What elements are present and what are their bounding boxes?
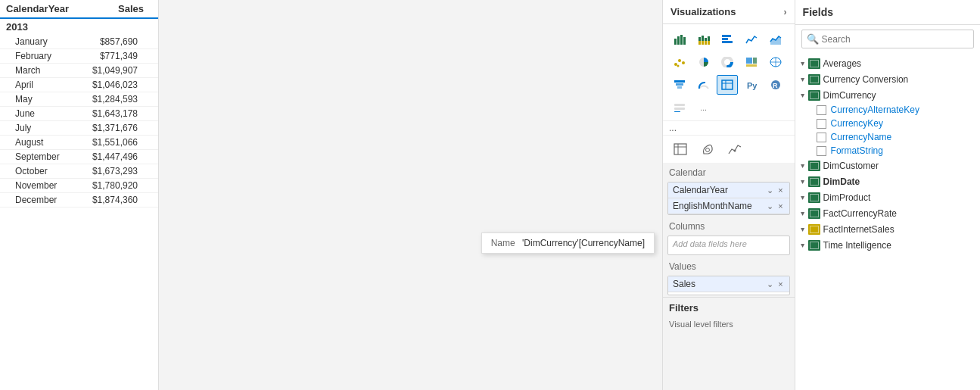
viz-icon-map[interactable] (765, 52, 786, 72)
cell-month: March (0, 65, 76, 76)
viz-icon-python[interactable]: Py (741, 75, 762, 95)
col-header-sales: Sales (82, 3, 150, 14)
cell-sales: $1,371,676 (76, 123, 144, 133)
fields-search-box[interactable]: 🔍 (801, 30, 974, 48)
svg-rect-6 (702, 36, 704, 41)
chevron-icon: ▸ (799, 62, 807, 66)
viz-bottom-icons (663, 135, 795, 163)
cell-sales: $1,673,293 (76, 166, 144, 176)
viz-chip-englishmonthname[interactable]: EnglishMonthName ⌄ × (668, 198, 789, 214)
viz-chip-calendaryear-remove[interactable]: × (776, 186, 784, 195)
field-name[interactable]: FormatString (831, 145, 883, 156)
field-group-header-dimdate[interactable]: ▸ DimDate (795, 174, 980, 189)
cell-sales: $1,643,178 (76, 108, 144, 119)
viz-icon-gauge[interactable] (693, 75, 714, 95)
viz-chip-englishmonthname-expand[interactable]: ⌄ (765, 201, 775, 211)
viz-icon-scatter[interactable] (669, 52, 690, 72)
svg-rect-14 (722, 41, 733, 43)
viz-panel: Visualizations › (663, 0, 795, 390)
viz-icon-slicer[interactable] (669, 98, 690, 117)
viz-values-drop[interactable]: Sales ⌄ × (667, 276, 790, 295)
table-row: May $1,284,593 (0, 92, 158, 107)
viz-icon-stacked-bar[interactable] (693, 30, 714, 49)
field-group-header-averages[interactable]: ▸ Averages (795, 56, 980, 71)
field-item-currencyalternatekey[interactable]: CurrencyAlternateKey (795, 103, 980, 117)
svg-rect-10 (708, 36, 710, 41)
svg-point-45 (734, 150, 736, 152)
table-icon (808, 161, 820, 171)
field-group-header-currency-conversion[interactable]: ▸ Currency Conversion (795, 72, 980, 87)
viz-icon-bar[interactable] (669, 30, 690, 49)
viz-columns-drop[interactable]: Add data fields here (667, 236, 790, 255)
viz-icon-donut[interactable] (717, 52, 738, 72)
svg-rect-5 (698, 41, 701, 45)
field-item-currencykey[interactable]: CurrencyKey (795, 117, 980, 130)
svg-rect-38 (674, 104, 685, 106)
filters-section-label: Filters (663, 297, 795, 318)
year-group-row: 2013 (0, 19, 158, 35)
cell-month: August (0, 137, 76, 148)
svg-rect-40 (674, 111, 680, 112)
viz-icon-more[interactable]: ... (693, 98, 714, 117)
field-name[interactable]: CurrencyKey (831, 118, 883, 129)
field-checkbox[interactable] (817, 146, 826, 156)
table-rows: 2013 January $857,690 February $771,349 … (0, 19, 158, 207)
field-group-header-factinternetsales[interactable]: ▸ FactInternetSales (795, 222, 980, 237)
viz-format-icon[interactable] (696, 139, 719, 160)
field-checkbox[interactable] (817, 133, 826, 142)
field-group-header-dimcurrency[interactable]: ▸ DimCurrency (795, 88, 980, 103)
field-group-header-dimcustomer[interactable]: ▸ DimCustomer (795, 158, 980, 173)
chevron-icon: ▸ (799, 78, 807, 82)
viz-fields-section: Calendar CalendarYear ⌄ × EnglishMonthNa… (663, 163, 795, 390)
chevron-right-icon[interactable]: › (784, 7, 787, 17)
viz-chip-calendaryear-expand[interactable]: ⌄ (765, 186, 775, 195)
viz-icon-table-active[interactable] (717, 75, 738, 95)
viz-fields-icon[interactable] (669, 139, 692, 160)
viz-chip-sales[interactable]: Sales ⌄ × (668, 276, 789, 292)
field-name[interactable]: CurrencyAlternateKey (831, 105, 919, 115)
field-group-header-dimproduct[interactable]: ▸ DimProduct (795, 190, 980, 205)
viz-columns-label: Columns (663, 217, 795, 234)
table-icon (808, 176, 820, 187)
viz-chip-sales-remove[interactable]: × (776, 279, 784, 289)
field-group-header-time-intelligence[interactable]: ▸ Time Intelligence (795, 238, 980, 253)
viz-icons-grid-row3: Py R (666, 75, 792, 98)
table-row: September $1,447,496 (0, 150, 158, 164)
viz-icon-r[interactable]: R (765, 75, 786, 95)
field-group-header-factcurrencyrate[interactable]: ▸ FactCurrencyRate (795, 206, 980, 221)
viz-icon-line[interactable] (741, 30, 762, 49)
search-icon: 🔍 (807, 33, 819, 45)
viz-chip-englishmonthname-remove[interactable]: × (776, 201, 784, 211)
cell-month: April (0, 80, 76, 90)
viz-icon-treemap[interactable] (741, 52, 762, 72)
table-row: July $1,371,676 (0, 121, 158, 136)
field-item-formatstring[interactable]: FormatString (795, 144, 980, 158)
viz-analytics-icon[interactable] (723, 139, 746, 160)
svg-point-44 (706, 148, 710, 152)
field-checkbox[interactable] (817, 119, 826, 129)
chevron-icon: ▸ (799, 94, 807, 98)
table-icon (808, 240, 820, 251)
viz-columns-group: Columns Add data fields here (663, 217, 795, 255)
viz-icon-area[interactable] (765, 30, 786, 49)
search-input[interactable] (822, 34, 969, 45)
viz-chip-calendaryear[interactable]: CalendarYear ⌄ × (668, 183, 789, 198)
viz-icon-pie[interactable] (693, 52, 714, 72)
field-checkbox[interactable] (817, 105, 826, 115)
svg-rect-11 (708, 41, 710, 45)
viz-chip-sales-expand[interactable]: ⌄ (765, 279, 775, 289)
viz-rows-drop[interactable]: CalendarYear ⌄ × EnglishMonthName ⌄ × (667, 182, 790, 215)
table-area: CalendarYear Sales 2013 January $857,690… (0, 0, 159, 390)
viz-icon-funnel[interactable] (669, 75, 690, 95)
chevron-icon: ▸ (799, 212, 807, 216)
viz-icon-horizontal-bar[interactable] (717, 30, 738, 49)
viz-more-button[interactable]: ... (663, 120, 795, 135)
cell-sales: $1,046,023 (76, 80, 144, 90)
viz-values-label: Values (663, 257, 795, 274)
field-item-currencyname[interactable]: CurrencyName (795, 130, 980, 144)
field-group-name: DimDate (823, 176, 860, 187)
field-name[interactable]: CurrencyName (831, 132, 892, 142)
table-icon (808, 192, 820, 203)
cell-sales: $1,049,907 (76, 65, 144, 76)
cell-month: September (0, 151, 76, 162)
